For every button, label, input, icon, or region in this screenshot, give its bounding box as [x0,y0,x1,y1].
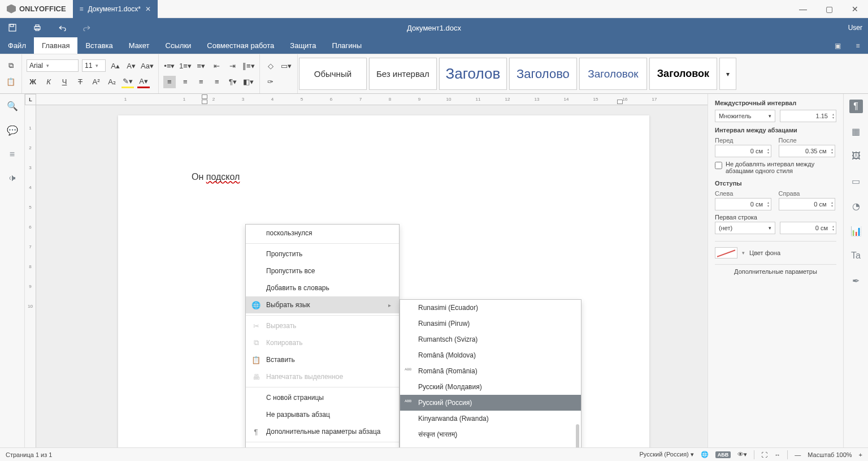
tab-collaboration[interactable]: Совместная работа [199,37,282,54]
user-label[interactable]: User [848,24,862,32]
lang-option[interactable]: Runasimi (Piruw) [400,316,581,331]
print-button[interactable] [25,18,50,37]
strike-button[interactable]: Т [74,76,86,88]
zoom-label[interactable]: Масштаб 100% [808,451,852,458]
header-footer-icon[interactable]: ▭ [849,174,863,188]
more-params-link[interactable]: Дополнительные параметры [715,264,836,278]
style-h3[interactable]: Заголовок [579,58,647,90]
change-case-icon[interactable]: Aa▾ [141,59,154,72]
indent-marker-top[interactable] [202,94,207,99]
minimize-button[interactable]: — [790,0,816,18]
fit-page-icon[interactable]: ⛶ [761,451,767,458]
lang-option[interactable]: संस्कृत (भारतम्) [400,426,581,442]
underline-button[interactable]: Ч [58,76,71,88]
multiplier-select[interactable]: Множитель▾ [715,110,775,122]
tab-insert[interactable]: Вставка [77,37,120,54]
font-select[interactable]: Arial▾ [27,59,79,72]
right-value[interactable]: 0 см [779,198,835,210]
multilevel-button[interactable]: ≡▾ [195,59,207,72]
signature-icon[interactable]: ✒ [849,274,863,287]
lang-option[interactable]: Саха (Россия) [400,442,581,447]
ctx-paragraph-options[interactable]: ¶Дополнительные параметры абзаца [246,423,399,440]
tab-file[interactable]: Файл [0,37,34,54]
ctx-choose-language[interactable]: 🌐Выбрать язык▸ [246,296,399,313]
style-h2[interactable]: Заголово [509,58,577,90]
lang-option[interactable]: ᴬᴮᴮRomână (România) [400,363,581,379]
clear-style-button[interactable]: ◇ [264,59,277,72]
subscript-button[interactable]: A₂ [106,76,118,88]
ctx-add-dictionary[interactable]: Добавить в словарь [246,279,399,296]
lang-option[interactable]: Runasimi (Ecuador) [400,300,581,316]
headings-icon[interactable]: ≡ [10,149,15,160]
font-color-button[interactable]: A▾ [137,76,150,88]
document-tab[interactable]: ≡ Документ1.docx* ✕ [73,0,158,18]
superscript-button[interactable]: A² [90,76,102,88]
ctx-paste[interactable]: 📋Вставить [246,351,399,368]
chart-settings-icon[interactable]: 📊 [849,224,863,238]
copy-icon[interactable]: ⧉ [5,59,17,72]
nonprinting-button[interactable]: ¶▾ [227,76,239,88]
redo-button[interactable] [75,18,99,37]
ctx-no-break[interactable]: Не разрывать абзац [246,406,399,423]
lang-option[interactable]: Русский (Молдавия) [400,379,581,395]
image-settings-icon[interactable]: 🖼 [849,149,863,163]
indent-marker-right[interactable] [617,100,623,104]
increase-font-icon[interactable]: A▴ [109,59,121,72]
page-counter[interactable]: Страница 1 из 1 [6,451,52,458]
undo-button[interactable] [50,18,75,37]
style-normal[interactable]: Обычный [299,58,367,90]
misspelled-word[interactable]: подскол [206,172,240,182]
lang-option[interactable]: ᴬᴮᴮРусский (Россия) [400,395,581,411]
comments-icon[interactable]: 💬 [7,125,18,136]
insert-shape-button[interactable]: ▭▾ [280,59,293,72]
document-area[interactable]: L 11234567891011121314151617 12345678910… [25,94,708,447]
save-button[interactable] [0,18,25,37]
indent-marker-bottom[interactable] [202,100,207,104]
ctx-new-page[interactable]: С новой страницы [246,389,399,406]
styles-more-button[interactable]: ▾ [719,58,736,90]
status-language[interactable]: Русский (Россия) ▾ [639,451,693,458]
decrease-indent-button[interactable]: ⇤ [211,59,223,72]
align-center-button[interactable]: ≡ [179,76,192,88]
line-spacing-button[interactable]: ‖≡▾ [242,59,255,72]
search-icon[interactable]: 🔍 [7,101,18,111]
style-h1[interactable]: Заголов [439,58,507,90]
table-settings-icon[interactable]: ▦ [849,124,863,138]
ctx-skip[interactable]: Пропустить [246,245,399,262]
bg-color-swatch[interactable] [715,247,737,258]
paragraph-settings-icon[interactable]: ¶ [849,100,863,113]
lang-option[interactable]: Kinyarwanda (Rwanda) [400,411,581,426]
textart-settings-icon[interactable]: Ta [849,249,863,262]
track-changes-icon[interactable]: 👁▾ [737,451,747,458]
font-size-select[interactable]: 11▾ [82,59,106,72]
shading-button[interactable]: ◧▾ [242,76,255,88]
zoom-in-button[interactable]: + [859,451,862,458]
close-tab-icon[interactable]: ✕ [145,5,151,13]
numbering-button[interactable]: 1≡▾ [179,59,192,72]
maximize-button[interactable]: ▢ [816,0,842,18]
lang-option[interactable]: Rumantsch (Svizra) [400,331,581,347]
increase-indent-button[interactable]: ⇥ [227,59,239,72]
align-right-button[interactable]: ≡ [195,76,207,88]
no-space-checkbox[interactable] [715,162,722,169]
first-line-value[interactable]: 0 см [780,222,836,234]
paste-icon[interactable]: 📋 [5,76,17,88]
open-location-icon[interactable]: ▣ [827,37,848,54]
ctx-add-comment[interactable]: 💬Добавить комментарий [246,444,399,447]
copy-style-button[interactable]: ✑ [264,76,277,88]
ctx-skip-all[interactable]: Пропустить все [246,262,399,279]
after-value[interactable]: 0.35 см [779,145,835,157]
tab-layout[interactable]: Макет [121,37,158,54]
tab-references[interactable]: Ссылки [158,37,199,54]
document-text[interactable]: Он подскол [192,172,240,182]
align-justify-button[interactable]: ≡ [211,76,223,88]
shape-settings-icon[interactable]: ◔ [849,199,863,213]
lang-option[interactable]: Română (Moldova) [400,347,581,363]
zoom-out-button[interactable]: — [795,451,801,458]
tab-home[interactable]: Главная [34,37,77,54]
left-value[interactable]: 0 см [715,198,771,210]
multiplier-value[interactable]: 1.15 [780,110,836,122]
close-window-button[interactable]: ✕ [842,0,868,18]
ruler-vertical[interactable]: 12345678910 [25,105,36,447]
first-line-select[interactable]: (нет)▾ [715,222,775,234]
